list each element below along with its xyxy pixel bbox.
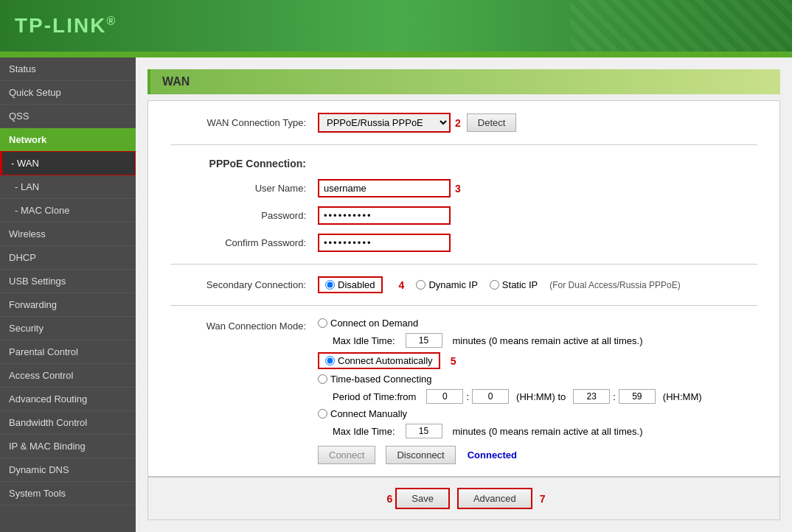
- secondary-connection-label: Secondary Connection:: [170, 279, 318, 290]
- time-to-h-input[interactable]: [573, 389, 610, 404]
- max-idle-time2-label: Max Idle Time:: [333, 426, 395, 437]
- secondary-disabled-radio[interactable]: [325, 280, 335, 290]
- advanced-button[interactable]: Advanced: [457, 488, 532, 509]
- page-title: WAN: [147, 69, 780, 94]
- sidebar-item-system-tools[interactable]: System Tools: [0, 482, 136, 505]
- time-from-m-input[interactable]: [472, 389, 509, 404]
- logo-reg: ®: [106, 15, 117, 27]
- time-hhmm1-label: (HH:MM) to: [516, 391, 566, 402]
- max-idle-time2-note: minutes (0 means remain active at all ti…: [453, 426, 643, 437]
- password-label: Password:: [170, 210, 318, 221]
- max-idle-time2-row: Max Idle Time: minutes (0 means remain a…: [333, 424, 702, 438]
- wan-connection-mode-row: Wan Connection Mode: Connect on Demand M…: [170, 313, 757, 469]
- connect-automatically-radio[interactable]: [325, 356, 335, 365]
- sidebar-item-dynamic-dns[interactable]: Dynamic DNS: [0, 458, 136, 482]
- connect-manually-radio[interactable]: [318, 409, 327, 419]
- sidebar-item-bandwidth-control[interactable]: Bandwidth Control: [0, 411, 136, 435]
- period-label: Period of Time:from: [333, 391, 416, 402]
- connect-manually-option[interactable]: Connect Manually: [318, 408, 407, 419]
- sidebar-section-network: Network: [0, 128, 136, 151]
- confirm-password-input[interactable]: [318, 234, 451, 252]
- time-from-h-input[interactable]: [426, 389, 463, 404]
- content-area: WAN WAN Connection Type: PPPoE/Russia PP…: [136, 57, 792, 532]
- pppoe-section-label: PPPoE Connection:: [170, 158, 318, 169]
- password-input[interactable]: [318, 206, 451, 225]
- secondary-static-ip-radio[interactable]: [490, 280, 499, 290]
- secondary-dynamic-ip-label: Dynamic IP: [428, 279, 477, 290]
- sidebar-item-access-control[interactable]: Access Control: [0, 364, 136, 388]
- header: TP-LINK®: [0, 0, 792, 52]
- green-bar: [0, 52, 792, 57]
- connect-button[interactable]: Connect: [318, 446, 375, 464]
- connect-on-demand-option[interactable]: Connect on Demand: [318, 318, 418, 329]
- secondary-connection-options: Disabled 4 Dynamic IP Static IP (For Dua…: [318, 276, 681, 293]
- max-idle-time-input[interactable]: [406, 333, 442, 348]
- sidebar-item-wan[interactable]: - WAN: [0, 151, 136, 175]
- confirm-password-row: Confirm Password:: [170, 229, 757, 256]
- sidebar-item-ip-mac-binding[interactable]: IP & MAC Binding: [0, 435, 136, 458]
- annotation-4: 4: [399, 279, 405, 291]
- secondary-dynamic-ip-radio[interactable]: [416, 280, 425, 290]
- time-based-radio[interactable]: [318, 374, 327, 384]
- logo: TP-LINK®: [15, 14, 117, 38]
- sidebar-item-usb-settings[interactable]: USB Settings: [0, 270, 136, 293]
- username-label: User Name:: [170, 183, 318, 194]
- sidebar-item-wireless[interactable]: Wireless: [0, 223, 136, 246]
- sidebar: Status Quick Setup QSS Network - WAN - L…: [0, 57, 136, 532]
- max-idle-time-row: Max Idle Time: minutes (0 means remain a…: [333, 333, 702, 348]
- detect-button[interactable]: Detect: [467, 113, 517, 132]
- form-area: WAN Connection Type: PPPoE/Russia PPPoE …: [147, 100, 780, 477]
- wan-connection-type-label: WAN Connection Type:: [170, 117, 318, 128]
- time-hhmm2-label: (HH:MM): [663, 391, 702, 402]
- time-based-label: Time-based Connecting: [330, 374, 432, 385]
- secondary-dynamic-ip-option[interactable]: Dynamic IP: [416, 279, 477, 290]
- save-button[interactable]: Save: [395, 488, 450, 509]
- sidebar-item-advanced-routing[interactable]: Advanced Routing: [0, 388, 136, 411]
- annotation-5: 5: [451, 355, 456, 367]
- connect-automatically-option[interactable]: Connect Automatically: [318, 352, 440, 369]
- secondary-disabled-option[interactable]: Disabled: [318, 276, 383, 293]
- time-to-m-input[interactable]: [619, 389, 656, 404]
- time-colon-2: :: [613, 391, 616, 402]
- connect-manually-row: Connect Manually: [318, 408, 702, 419]
- main-layout: Status Quick Setup QSS Network - WAN - L…: [0, 57, 792, 532]
- connect-on-demand-radio[interactable]: [318, 318, 327, 328]
- sidebar-item-status[interactable]: Status: [0, 57, 136, 81]
- annotation-7: 7: [540, 493, 546, 505]
- annotation-3: 3: [455, 183, 461, 195]
- secondary-disabled-label: Disabled: [338, 279, 375, 290]
- sidebar-item-mac-clone[interactable]: - MAC Clone: [0, 199, 136, 223]
- sidebar-item-parental-control[interactable]: Parental Control: [0, 340, 136, 364]
- time-from-inputs: : (HH:MM) to : (HH:MM): [426, 389, 701, 404]
- username-row: User Name: 3: [170, 175, 757, 202]
- disconnect-button[interactable]: Disconnect: [386, 446, 455, 464]
- secondary-static-ip-label: Static IP: [502, 279, 538, 290]
- time-colon-1: :: [466, 391, 469, 402]
- confirm-password-label: Confirm Password:: [170, 237, 318, 248]
- max-idle-time2-input[interactable]: [406, 424, 442, 438]
- connect-on-demand-label: Connect on Demand: [330, 318, 418, 329]
- time-period-row: Period of Time:from : (HH:MM) to : (HH:M…: [333, 389, 702, 404]
- wan-connection-type-select[interactable]: PPPoE/Russia PPPoE: [318, 113, 451, 133]
- sidebar-item-quick-setup[interactable]: Quick Setup: [0, 81, 136, 105]
- connected-status: Connected: [468, 449, 517, 461]
- connect-on-demand-row: Connect on Demand: [318, 318, 702, 329]
- wan-connection-mode-label: Wan Connection Mode:: [170, 318, 318, 332]
- max-idle-time-label: Max Idle Time:: [333, 335, 395, 346]
- time-based-option[interactable]: Time-based Connecting: [318, 374, 432, 385]
- sidebar-item-qss[interactable]: QSS: [0, 105, 136, 128]
- sidebar-item-security[interactable]: Security: [0, 317, 136, 340]
- bottom-bar: 6 Save Advanced 7: [147, 477, 780, 520]
- max-idle-time-note: minutes (0 means remain active at all ti…: [453, 335, 643, 346]
- secondary-static-ip-option[interactable]: Static IP: [490, 279, 538, 290]
- connect-disconnect-row: Connect Disconnect Connected: [318, 446, 702, 464]
- sidebar-item-lan[interactable]: - LAN: [0, 175, 136, 199]
- annotation-2: 2: [455, 117, 461, 129]
- static-ip-note: (For Dual Access/Russia PPPoE): [549, 280, 680, 290]
- connect-automatically-row: Connect Automatically 5: [318, 352, 702, 369]
- sidebar-item-dhcp[interactable]: DHCP: [0, 246, 136, 270]
- sidebar-item-forwarding[interactable]: Forwarding: [0, 293, 136, 317]
- connect-manually-label: Connect Manually: [330, 408, 407, 419]
- username-input[interactable]: [318, 179, 451, 197]
- wan-mode-options: Connect on Demand Max Idle Time: minutes…: [318, 318, 702, 464]
